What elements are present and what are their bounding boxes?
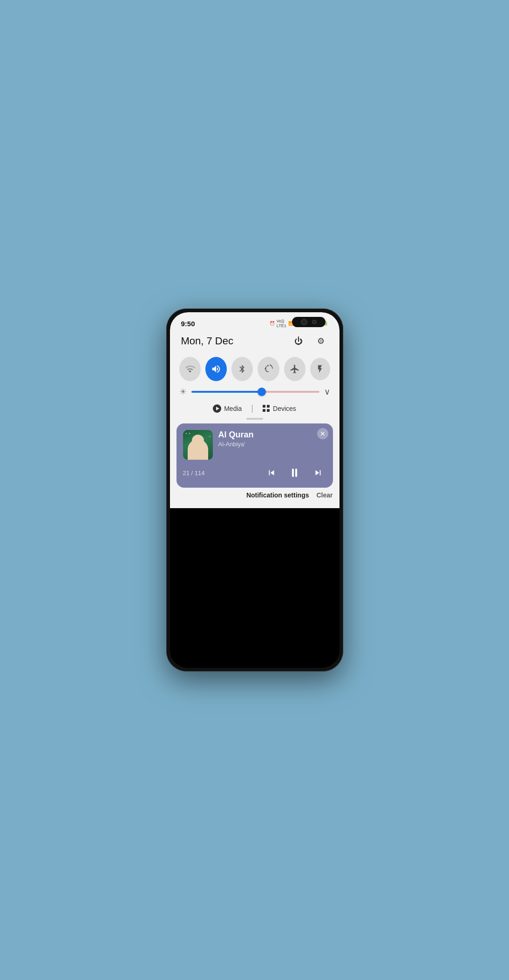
camera-lens-2 (312, 320, 317, 324)
airplane-toggle[interactable] (284, 357, 305, 381)
notif-text-area: Al Quran Al-Anbiya' (218, 430, 326, 448)
devices-label: Devices (273, 405, 296, 412)
skip-prev-button[interactable] (263, 464, 280, 481)
skip-next-button[interactable] (310, 464, 326, 481)
drag-handle (246, 418, 263, 420)
rotation-toggle[interactable] (258, 357, 279, 381)
star-1: ✦ ✦ (185, 432, 191, 436)
wifi-toggle[interactable] (179, 357, 201, 381)
brightness-expand-icon[interactable]: ∨ (324, 387, 330, 397)
toggle-icons-row (170, 353, 339, 385)
notif-subtitle: Al-Anbiya' (218, 441, 326, 448)
album-art-content: ✦ ✦ ✦ (183, 430, 213, 460)
devices-grid-icon (263, 405, 270, 412)
playback-controls (263, 464, 326, 481)
airplane-icon (290, 364, 300, 374)
settings-icon: ⚙ (317, 336, 325, 346)
notification-settings-button[interactable]: Notification settings (246, 491, 309, 499)
brightness-row: ☀ ∨ (170, 385, 339, 401)
notif-top-row: ✦ ✦ ✦ Al Quran (183, 430, 326, 460)
flashlight-icon (315, 364, 325, 374)
album-art: ✦ ✦ ✦ (183, 430, 213, 460)
media-label: Media (224, 405, 242, 412)
sound-icon (211, 364, 221, 374)
skip-prev-icon (266, 468, 277, 478)
track-info: 21 / 114 (183, 470, 205, 477)
phone-screen: 9:50 ⏰ Vo))LTE1 📶 Vo))LTE2 📶 67% 🔋 Mon, … (170, 312, 339, 668)
media-tab[interactable]: Media (213, 404, 242, 413)
alarm-icon: ⏰ (270, 321, 275, 326)
person-head (192, 435, 204, 447)
notif-close-icon: ✕ (320, 430, 326, 437)
date-display: Mon, 7 Dec (181, 335, 234, 347)
phone-device: 9:50 ⏰ Vo))LTE1 📶 Vo))LTE2 📶 67% 🔋 Mon, … (166, 309, 343, 671)
skip-next-icon (313, 468, 323, 478)
signal-text: Vo))LTE1 (277, 319, 286, 328)
notification-card: ✦ ✦ ✦ Al Quran (176, 423, 333, 488)
clear-button[interactable]: Clear (316, 491, 333, 499)
power-button[interactable]: ⏻ (291, 334, 306, 349)
rotation-icon (264, 364, 273, 374)
brightness-thumb[interactable] (258, 388, 266, 396)
notif-title: Al Quran (218, 430, 326, 440)
play-icon (213, 404, 221, 413)
album-art-bg: ✦ ✦ ✦ (183, 430, 213, 460)
pause-button[interactable] (286, 464, 303, 481)
flashlight-toggle[interactable] (310, 358, 330, 380)
quick-settings-panel: 9:50 ⏰ Vo))LTE1 📶 Vo))LTE2 📶 67% 🔋 Mon, … (170, 312, 339, 508)
power-icon: ⏻ (294, 336, 303, 346)
pause-icon (292, 469, 297, 477)
header-row: Mon, 7 Dec ⏻ ⚙ (170, 331, 339, 353)
wifi-icon (185, 364, 195, 374)
bluetooth-icon (238, 364, 247, 374)
notif-controls-row: 21 / 114 (183, 464, 326, 481)
header-actions: ⏻ ⚙ (291, 334, 328, 349)
bluetooth-toggle[interactable] (231, 357, 253, 381)
notif-actions-row: Notification settings Clear (170, 488, 339, 501)
camera-area (292, 317, 326, 327)
status-time: 9:50 (181, 320, 195, 328)
settings-button[interactable]: ⚙ (313, 334, 328, 349)
media-devices-row: Media | Devices (170, 401, 339, 415)
devices-tab[interactable]: Devices (263, 405, 296, 412)
notif-close-button[interactable]: ✕ (317, 428, 328, 439)
brightness-sun-icon: ☀ (179, 387, 187, 397)
camera-lens-1 (301, 319, 307, 325)
tab-divider: | (251, 403, 253, 413)
star-2: ✦ (209, 435, 211, 438)
sound-toggle[interactable] (205, 357, 227, 381)
brightness-slider[interactable] (191, 391, 319, 393)
